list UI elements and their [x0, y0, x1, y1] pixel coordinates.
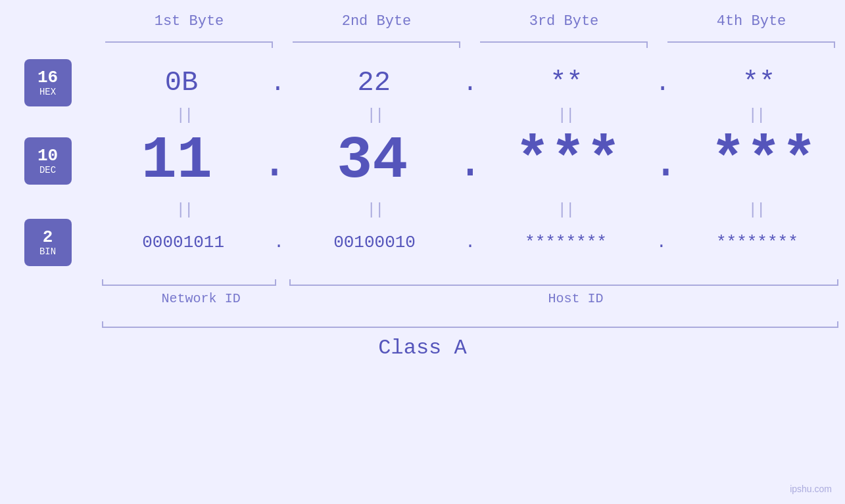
main-container: 1st Byte 2nd Byte 3rd Byte 4th Byte 16 H… [0, 0, 845, 504]
class-label-container: Class A [0, 336, 845, 360]
bracket-3 [473, 36, 654, 49]
hex-cell-1: 0B [95, 67, 268, 99]
equals-1-3: || [477, 106, 654, 124]
bin-badge-label: BIN [39, 246, 56, 257]
bracket-2 [286, 36, 467, 49]
dot-bin-1: . [271, 233, 287, 252]
hex-value-1: 0B [165, 67, 198, 99]
equals-sign-1-1: || [176, 106, 193, 124]
class-bracket [95, 316, 845, 328]
equals-sign-2-1: || [176, 201, 193, 219]
dot-dec-3: . [649, 141, 682, 187]
byte-header-3: 3rd Byte [470, 13, 658, 30]
class-label: Class A [378, 336, 466, 360]
dec-value-2: 34 [337, 127, 408, 195]
hex-badge: 16 HEX [24, 59, 72, 106]
equals-2-4: || [667, 201, 845, 219]
equals-1-4: || [667, 106, 845, 124]
bin-value-2: 00100010 [333, 233, 416, 252]
dot-bin-3: . [654, 233, 669, 252]
hex-badge-label: HEX [39, 87, 56, 97]
hex-cell-2: 22 [288, 67, 460, 99]
bin-value-3: ******** [525, 233, 607, 252]
equals-sign-2-4: || [748, 201, 765, 219]
byte-header-1: 1st Byte [95, 13, 283, 30]
bin-badge: 2 BIN [24, 219, 72, 266]
dot-dec-2: . [454, 141, 487, 187]
equals-sign-2-3: || [558, 201, 574, 219]
hex-value-4: ** [742, 67, 775, 99]
dec-cell-2: 34 [291, 127, 454, 195]
network-id-bracket [95, 269, 283, 286]
dot-dec-1: . [258, 141, 291, 187]
hex-cell-3: ** [480, 67, 652, 99]
bin-cell-2: 00100010 [287, 233, 462, 252]
dot-hex-1: . [268, 69, 288, 97]
bin-value-1: 00001011 [142, 233, 224, 252]
dec-badge-label: DEC [39, 165, 56, 175]
equals-2-1: || [95, 201, 273, 219]
hex-cell-4: ** [673, 67, 845, 99]
equals-sign-1-4: || [748, 106, 765, 124]
dec-badge-number: 10 [37, 147, 58, 166]
hex-value-2: 22 [357, 67, 390, 99]
dec-badge: 10 DEC [24, 137, 72, 185]
dec-cell-4: *** [683, 127, 845, 195]
bin-cell-1: 00001011 [95, 233, 271, 252]
bracket-4 [661, 36, 842, 49]
top-bracket-row [0, 36, 845, 49]
equals-1-1: || [95, 106, 273, 124]
dot-hex-2: . [460, 69, 481, 97]
hex-badge-number: 16 [37, 68, 58, 87]
host-id-bracket [283, 269, 845, 286]
bracket-1 [99, 36, 279, 49]
dec-value-3: *** [515, 127, 621, 195]
equals-sign-2-2: || [367, 201, 383, 219]
dot-hex-3: . [652, 69, 673, 97]
bin-value-4: ******** [716, 233, 798, 252]
byte-headers-row: 1st Byte 2nd Byte 3rd Byte 4th Byte [0, 0, 845, 30]
byte-header-4: 4th Byte [658, 13, 845, 30]
bin-cell-3: ******** [478, 233, 654, 252]
dec-cell-1: 11 [95, 127, 258, 195]
equals-sign-1-2: || [367, 106, 383, 124]
equals-2-2: || [286, 201, 464, 219]
dec-value-1: 11 [141, 127, 212, 195]
network-id-label: Network ID [162, 291, 241, 306]
watermark: ipshu.com [790, 484, 832, 494]
dot-bin-2: . [462, 233, 478, 252]
hex-value-3: ** [550, 67, 583, 99]
equals-1-2: || [286, 106, 464, 124]
bin-cell-4: ******** [669, 233, 845, 252]
bin-badge-number: 2 [43, 228, 53, 247]
byte-header-2: 2nd Byte [283, 13, 470, 30]
equals-sign-1-3: || [558, 106, 574, 124]
dec-value-4: *** [710, 127, 817, 195]
equals-2-3: || [477, 201, 654, 219]
host-id-label: Host ID [548, 291, 604, 306]
dec-cell-3: *** [487, 127, 649, 195]
